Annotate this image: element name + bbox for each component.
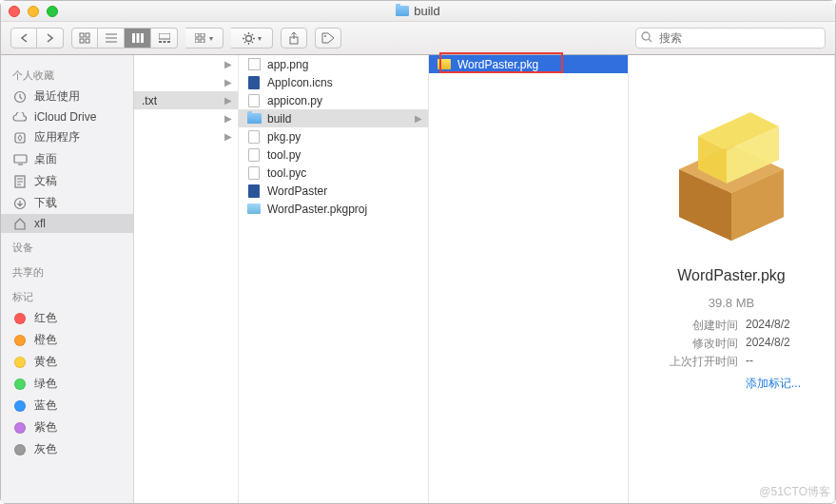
sidebar-item-label: 绿色 [34, 376, 57, 392]
sidebar-item[interactable]: 绿色 [1, 373, 133, 395]
column-1[interactable]: ▶▶.txt▶▶▶ [134, 55, 239, 503]
column-3[interactable]: WordPaster.pkg [429, 55, 629, 503]
sidebar-item-label: xfl [34, 217, 46, 230]
icon-view-button[interactable] [71, 28, 98, 48]
action-button[interactable]: ▾ [231, 28, 273, 48]
window-title: build [1, 4, 835, 18]
svg-rect-12 [163, 41, 165, 43]
action-group: ▾ [231, 28, 273, 48]
svg-line-31 [649, 39, 651, 42]
list-item[interactable]: AppIcon.icns [239, 73, 428, 91]
close-button[interactable] [9, 6, 20, 17]
list-item-label: WordPaster.pkgproj [267, 203, 367, 216]
sidebar-item[interactable]: 应用程序 [1, 126, 133, 148]
sidebar-item-label: 橙色 [34, 332, 57, 348]
column-view-button[interactable] [125, 28, 151, 48]
minimize-button[interactable] [28, 6, 39, 17]
forward-button[interactable] [37, 28, 64, 48]
sidebar-section-header: 共享的 [1, 258, 133, 282]
sidebar-item[interactable]: 黄色 [1, 351, 133, 373]
share-icon [288, 32, 300, 45]
list-item[interactable]: WordPaster.pkg [429, 55, 628, 73]
list-item[interactable]: build▶ [239, 109, 428, 127]
sidebar-item[interactable]: iCloud Drive [1, 107, 133, 126]
sidebar-item[interactable]: 最近使用 [1, 86, 133, 107]
gear-icon [243, 32, 255, 45]
tags-button[interactable] [315, 28, 341, 48]
sidebar-item[interactable]: 橙色 [1, 329, 133, 351]
document-icon [246, 166, 262, 180]
list-item[interactable]: WordPaster [239, 182, 428, 200]
maximize-button[interactable] [47, 6, 58, 17]
modified-value: 2024/8/2 [746, 336, 790, 352]
word-icon [246, 184, 262, 198]
list-item[interactable]: WordPaster.pkgproj [239, 200, 428, 218]
svg-line-23 [244, 34, 245, 35]
list-item[interactable]: ▶ [134, 55, 238, 73]
arrange-button[interactable]: ▾ [185, 28, 224, 48]
document-icon [246, 130, 262, 144]
chevron-right-icon: ▶ [224, 95, 232, 106]
svg-rect-34 [14, 155, 27, 163]
list-item[interactable]: app.png [239, 55, 428, 73]
toolbar: ▾ ▾ [1, 22, 835, 55]
sidebar-item[interactable]: 灰色 [1, 438, 133, 460]
svg-point-29 [324, 35, 326, 37]
list-view-button[interactable] [98, 28, 125, 48]
sidebar-item[interactable]: 下载 [1, 192, 133, 214]
list-item[interactable]: pkg.py [239, 127, 428, 145]
word-icon [246, 76, 262, 89]
gallery-view-button[interactable] [151, 28, 178, 48]
back-button[interactable] [10, 28, 37, 48]
titlebar: build [1, 1, 835, 22]
sidebar-item[interactable]: xfl [1, 214, 133, 233]
svg-rect-3 [86, 39, 89, 43]
doc-icon [12, 175, 28, 188]
nav-buttons [10, 28, 64, 48]
list-item-label: appicon.py [267, 94, 322, 107]
column-2[interactable]: app.pngAppIcon.icnsappicon.pybuild▶pkg.p… [239, 55, 429, 503]
modified-label: 修改时间 [662, 336, 738, 352]
sidebar-section-header: 标记 [1, 282, 133, 307]
list-item[interactable]: ▶ [134, 109, 238, 127]
sidebar-item[interactable]: 紫色 [1, 417, 133, 438]
tag-dot [12, 356, 28, 369]
list-item[interactable]: tool.py [239, 145, 428, 164]
sidebar-item-label: iCloud Drive [34, 110, 96, 124]
svg-rect-9 [141, 33, 144, 43]
svg-rect-7 [132, 33, 135, 43]
svg-rect-16 [195, 39, 199, 43]
app-icon [12, 131, 28, 145]
list-item[interactable]: ▶ [134, 73, 238, 91]
sidebar-item[interactable]: 蓝色 [1, 395, 133, 417]
list-item[interactable]: ▶ [134, 127, 238, 145]
sidebar-item-label: 黄色 [34, 354, 57, 370]
chevron-right-icon: ▶ [224, 59, 232, 69]
sidebar-item[interactable]: 文稿 [1, 170, 133, 192]
arrange-group: ▾ [185, 28, 224, 48]
list-item[interactable]: .txt▶ [134, 91, 238, 109]
svg-line-24 [251, 41, 252, 42]
search-input[interactable] [635, 28, 826, 48]
svg-line-26 [251, 34, 252, 35]
project-icon [246, 203, 262, 216]
list-item-label: .txt [142, 94, 157, 107]
sidebar: 个人收藏最近使用iCloud Drive应用程序桌面文稿下载xfl设备共享的标记… [1, 55, 134, 503]
preview-pane: WordPaster.pkg 39.8 MB 创建时间 2024/8/2 修改时… [629, 55, 835, 503]
image-icon [246, 58, 262, 71]
svg-rect-0 [80, 33, 84, 37]
clock-icon [12, 90, 28, 104]
opened-label: 上次打开时间 [662, 354, 738, 370]
list-item[interactable]: tool.pyc [239, 164, 428, 182]
share-button[interactable] [281, 28, 307, 48]
sidebar-item[interactable]: 桌面 [1, 148, 133, 170]
sidebar-item-label: 紫色 [34, 419, 57, 436]
add-tags-link[interactable]: 添加标记... [746, 376, 801, 392]
svg-point-18 [245, 35, 251, 41]
list-item-label: WordPaster.pkg [457, 58, 538, 71]
window-title-text: build [414, 4, 439, 18]
sidebar-item[interactable]: 红色 [1, 307, 133, 329]
svg-rect-17 [201, 39, 204, 43]
list-item[interactable]: appicon.py [239, 91, 428, 109]
svg-rect-2 [80, 39, 84, 43]
